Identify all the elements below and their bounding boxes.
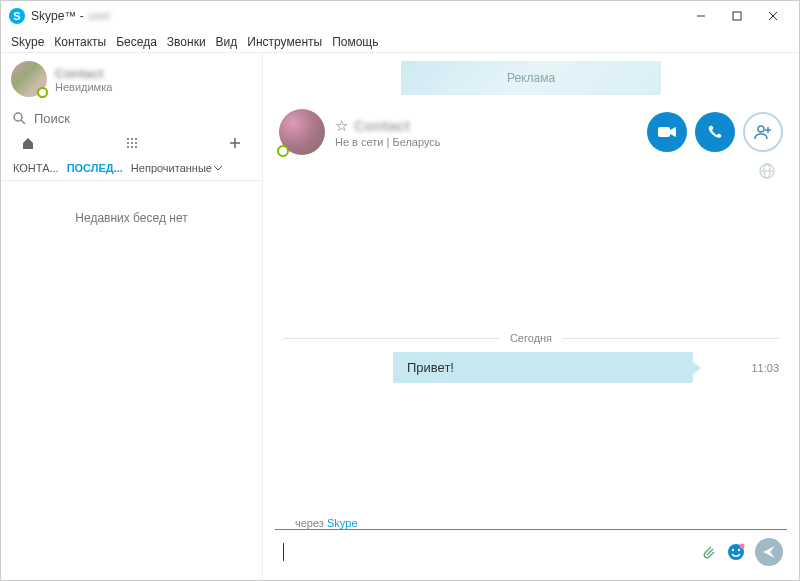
svg-point-12 [127, 146, 129, 148]
svg-point-9 [127, 142, 129, 144]
svg-rect-1 [733, 12, 741, 20]
close-icon [768, 11, 778, 21]
close-button[interactable] [755, 6, 791, 26]
date-divider-label: Сегодня [510, 332, 552, 344]
chat-header: ☆ Contact Не в сети | Беларусь [263, 95, 799, 163]
search-input[interactable] [34, 111, 250, 126]
attach-icon[interactable] [699, 543, 717, 561]
profile-name: Contact [55, 66, 112, 81]
search-row[interactable] [1, 105, 262, 132]
svg-line-5 [21, 120, 25, 124]
contact-name: Contact [354, 117, 410, 134]
tab-filter-label: Непрочитанные [131, 162, 212, 174]
globe-icon[interactable] [263, 163, 799, 182]
svg-point-18 [758, 126, 764, 132]
video-call-button[interactable] [647, 112, 687, 152]
search-icon [13, 112, 26, 125]
window-title: Skype™ - [31, 9, 84, 23]
message-input[interactable] [298, 544, 689, 560]
presence-icon [37, 87, 48, 98]
svg-point-8 [135, 138, 137, 140]
maximize-icon [732, 11, 742, 21]
svg-point-25 [732, 549, 734, 551]
window-title-extra: user [88, 9, 111, 23]
svg-point-26 [738, 549, 740, 551]
empty-recent-label: Недавних бесед нет [1, 181, 262, 255]
tab-filter[interactable]: Непрочитанные [131, 162, 222, 174]
sidebar-tabs: КОНТА... ПОСЛЕД... Непрочитанные [1, 156, 262, 181]
contact-avatar[interactable] [279, 109, 325, 155]
home-icon[interactable] [21, 136, 35, 150]
menu-tools[interactable]: Инструменты [247, 35, 322, 49]
contact-presence-icon [277, 145, 289, 157]
svg-point-13 [131, 146, 133, 148]
message-bubble[interactable]: Привет! [393, 352, 693, 383]
svg-point-4 [14, 113, 22, 121]
ad-banner[interactable]: Реклама [401, 61, 661, 95]
new-chat-icon[interactable] [228, 136, 242, 150]
text-cursor [283, 543, 284, 561]
chevron-down-icon [214, 166, 222, 171]
menu-skype[interactable]: Skype [11, 35, 44, 49]
input-row [263, 530, 799, 580]
profile-status: Невидимка [55, 81, 112, 93]
emoji-icon[interactable] [727, 543, 745, 561]
menu-view[interactable]: Вид [216, 35, 238, 49]
sidebar: Contact Невидимка [1, 53, 263, 580]
message-time: 11:03 [751, 362, 779, 374]
contact-subline: Не в сети | Беларусь [335, 136, 441, 148]
svg-point-27 [740, 544, 745, 549]
minimize-icon [696, 11, 706, 21]
contact-location: Беларусь [392, 136, 440, 148]
menubar: Skype Контакты Беседа Звонки Вид Инструм… [1, 31, 799, 53]
svg-point-14 [135, 146, 137, 148]
avatar [11, 61, 47, 97]
menu-conversation[interactable]: Беседа [116, 35, 157, 49]
menu-contacts[interactable]: Контакты [54, 35, 106, 49]
tab-recent[interactable]: ПОСЛЕД... [67, 162, 123, 174]
svg-point-7 [131, 138, 133, 140]
skype-window: S Skype™ - user Skype Контакты Беседа Зв… [0, 0, 800, 581]
svg-rect-17 [658, 127, 670, 137]
message-row: Привет! 11:03 [263, 344, 799, 391]
favorite-icon[interactable]: ☆ [335, 118, 348, 133]
svg-point-10 [131, 142, 133, 144]
via-link[interactable]: Skype [327, 517, 358, 529]
dialpad-icon[interactable] [126, 137, 138, 149]
svg-point-11 [135, 142, 137, 144]
add-participants-button[interactable] [743, 112, 783, 152]
svg-point-6 [127, 138, 129, 140]
date-divider: Сегодня [263, 332, 799, 344]
via-line: через Skype [275, 515, 787, 530]
nav-row [1, 132, 262, 156]
maximize-button[interactable] [719, 6, 755, 26]
menu-calls[interactable]: Звонки [167, 35, 206, 49]
send-button[interactable] [755, 538, 783, 566]
tab-contacts[interactable]: КОНТА... [13, 162, 59, 174]
titlebar: S Skype™ - user [1, 1, 799, 31]
skype-logo-icon: S [9, 8, 25, 24]
profile-section[interactable]: Contact Невидимка [1, 53, 262, 105]
chat-body: Сегодня Привет! 11:03 [263, 182, 799, 515]
chat-pane: Реклама ☆ Contact Не в сети | Беларусь [263, 53, 799, 580]
contact-status: Не в сети [335, 136, 383, 148]
audio-call-button[interactable] [695, 112, 735, 152]
menu-help[interactable]: Помощь [332, 35, 378, 49]
minimize-button[interactable] [683, 6, 719, 26]
